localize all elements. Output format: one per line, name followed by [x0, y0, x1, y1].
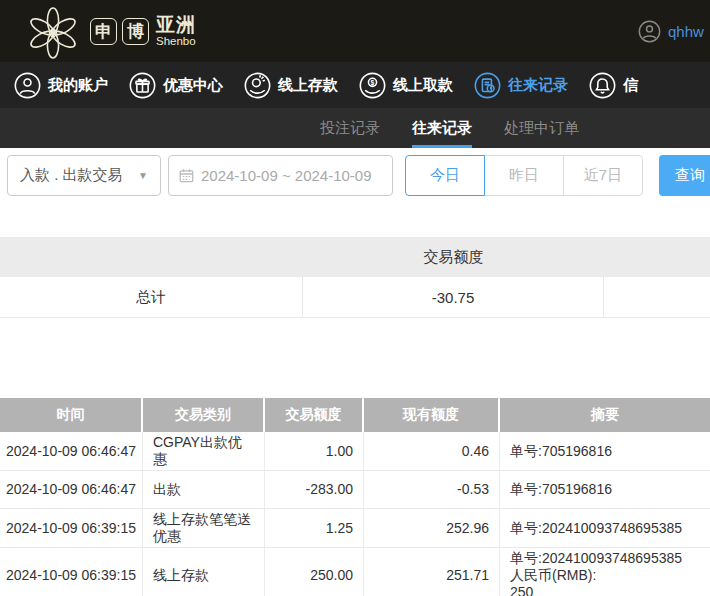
nav-item-transaction-records[interactable]: 往来记录 [474, 72, 568, 99]
summary-header-amount: 交易额度 [303, 237, 604, 277]
account-avatar-icon [638, 20, 661, 43]
withdraw-icon: $ [359, 72, 386, 99]
summary-table: 交易额度 总计 -30.75 [0, 237, 710, 318]
cell-type: 出款 [143, 471, 265, 508]
nav-item-promotions[interactable]: 优惠中心 [129, 72, 223, 99]
nav-label: 线上存款 [278, 76, 338, 95]
col-header-balance: 现有额度 [364, 398, 500, 432]
nav-item-online-withdraw[interactable]: $ 线上取款 [359, 72, 453, 99]
summary-empty-cell [604, 277, 710, 317]
tab-betting-records[interactable]: 投注记录 [320, 108, 380, 148]
col-header-amount: 交易额度 [265, 398, 364, 432]
account-menu[interactable]: qhhw [638, 0, 704, 62]
top-brand-bar: 申 博 亚洲 Shenbo qhhw [0, 0, 710, 62]
tab-transaction-records[interactable]: 往来记录 [412, 108, 472, 148]
table-row: 2024-10-09 06:46:47 CGPAY出款优惠 1.00 0.46 … [0, 432, 710, 471]
col-header-type: 交易类别 [143, 398, 265, 432]
brand-hanzi-bo: 博 [122, 18, 149, 45]
summary-header-empty [0, 237, 303, 277]
summary-header-empty-2 [604, 237, 710, 277]
cell-balance: -0.53 [364, 471, 500, 508]
tab-label: 投注记录 [320, 119, 380, 138]
tab-pending-orders[interactable]: 处理中订单 [504, 108, 579, 148]
date-range-value: 2024-10-09 ~ 2024-10-09 [201, 167, 372, 184]
nav-label: 我的账户 [48, 76, 108, 95]
cell-summary: 单号:705196816 [500, 471, 710, 508]
records-subnav: 投注记录 往来记录 处理中订单 [0, 108, 710, 148]
transactions-table: 时间 交易类别 交易额度 现有额度 摘要 2024-10-09 06:46:47… [0, 398, 710, 596]
quick-date-group: 今日 昨日 近7日 [405, 155, 643, 196]
cell-type: CGPAY出款优惠 [143, 432, 265, 470]
brand-logo[interactable]: 申 博 亚洲 Shenbo [26, 2, 196, 60]
chevron-down-icon: ▼ [138, 170, 148, 181]
lotus-flower-icon [26, 4, 80, 60]
cell-summary: 单号:202410093748695385 [500, 509, 710, 547]
cell-summary: 单号:202410093748695385 人民币(RMB): 250 [500, 548, 710, 596]
cell-type: 线上存款笔笔送优惠 [143, 509, 265, 547]
summary-header-row: 交易额度 [0, 237, 710, 277]
tab-label: 往来记录 [412, 119, 472, 138]
brand-region-text: 亚洲 [156, 15, 196, 34]
yesterday-button[interactable]: 昨日 [484, 155, 564, 196]
transaction-records-page: 申 博 亚洲 Shenbo qhhw [0, 0, 710, 596]
user-icon [14, 72, 41, 99]
nav-label: 线上取款 [393, 76, 453, 95]
nav-item-online-deposit[interactable]: 线上存款 [244, 72, 338, 99]
col-header-time: 时间 [0, 398, 143, 432]
brand-hanzi-shen: 申 [90, 18, 117, 45]
summary-total-value: -30.75 [303, 277, 604, 317]
cell-summary: 单号:705196816 [500, 432, 710, 470]
transaction-type-value: 入款 . 出款交易 [20, 166, 123, 185]
deposit-icon [244, 72, 271, 99]
svg-text:$: $ [371, 78, 375, 86]
main-navigation: 我的账户 优惠中心 [0, 62, 710, 108]
transactions-header-row: 时间 交易类别 交易额度 现有额度 摘要 [0, 398, 710, 432]
cell-amount: 250.00 [265, 548, 364, 596]
calendar-icon [179, 168, 194, 183]
gift-icon [129, 72, 156, 99]
cell-balance: 252.96 [364, 509, 500, 547]
today-button[interactable]: 今日 [405, 155, 485, 196]
brand-latin-text: Shenbo [156, 36, 196, 48]
cell-amount: 1.00 [265, 432, 364, 470]
table-row: 2024-10-09 06:39:15 线上存款 250.00 251.71 单… [0, 548, 710, 596]
cell-balance: 251.71 [364, 548, 500, 596]
table-row: 2024-10-09 06:46:47 出款 -283.00 -0.53 单号:… [0, 471, 710, 509]
cell-time: 2024-10-09 06:39:15 [0, 509, 143, 547]
nav-label: 往来记录 [508, 76, 568, 95]
cell-amount: -283.00 [265, 471, 364, 508]
summary-total-label: 总计 [0, 277, 303, 317]
spacer [0, 318, 710, 398]
filter-bar: 入款 . 出款交易 ▼ 2024-10-09 ~ 2024-10-09 今日 昨… [0, 148, 710, 237]
nav-label: 信 [623, 76, 638, 95]
records-icon [474, 72, 501, 99]
cell-amount: 1.25 [265, 509, 364, 547]
table-row: 2024-10-09 06:39:15 线上存款笔笔送优惠 1.25 252.9… [0, 509, 710, 548]
cell-type: 线上存款 [143, 548, 265, 596]
cell-time: 2024-10-09 06:46:47 [0, 471, 143, 508]
bell-icon [589, 72, 616, 99]
cell-balance: 0.46 [364, 432, 500, 470]
last-7-days-button[interactable]: 近7日 [563, 155, 643, 196]
search-button[interactable]: 查询 [659, 155, 710, 196]
cell-time: 2024-10-09 06:46:47 [0, 432, 143, 470]
nav-item-my-account[interactable]: 我的账户 [14, 72, 108, 99]
username-text[interactable]: qhhw [668, 23, 704, 40]
date-range-input[interactable]: 2024-10-09 ~ 2024-10-09 [168, 155, 393, 196]
summary-total-row: 总计 -30.75 [0, 277, 710, 318]
col-header-summary: 摘要 [500, 398, 710, 432]
cell-time: 2024-10-09 06:39:15 [0, 548, 143, 596]
transaction-type-select[interactable]: 入款 . 出款交易 ▼ [7, 155, 161, 196]
nav-label: 优惠中心 [163, 76, 223, 95]
tab-label: 处理中订单 [504, 119, 579, 138]
nav-item-messages[interactable]: 信 [589, 72, 638, 99]
